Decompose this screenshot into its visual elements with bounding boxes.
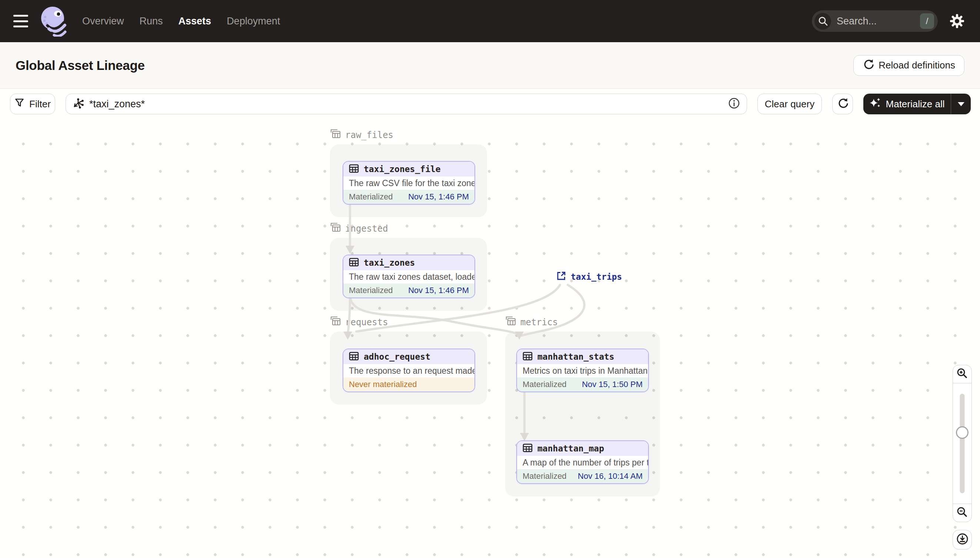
materialization-timestamp: Nov 15, 1:46 PM [408, 286, 469, 295]
sparkle-icon [870, 97, 881, 111]
asset-node-taxi-zones[interactable]: taxi_zones The raw taxi zones dataset, l… [343, 254, 475, 298]
zoom-out-icon [956, 506, 968, 520]
asset-node-header: taxi_zones [343, 255, 474, 270]
table-icon [522, 443, 533, 454]
asset-name: manhattan_map [537, 444, 604, 453]
asset-name: adhoc_request [364, 352, 430, 361]
materialization-timestamp: Nov 16, 10:14 AM [578, 471, 642, 481]
dagster-logo[interactable] [40, 5, 67, 37]
nav-tab-overview[interactable]: Overview [82, 16, 124, 27]
clear-query-button[interactable]: Clear query [758, 94, 822, 114]
asset-node-header: taxi_zones_file [343, 162, 474, 177]
search-input[interactable] [831, 16, 920, 27]
materialization-timestamp: Nov 15, 1:50 PM [582, 380, 642, 389]
nav-tab-deployment[interactable]: Deployment [227, 16, 280, 27]
filter-button[interactable]: Filter [10, 94, 55, 114]
search-icon [814, 13, 831, 30]
global-search[interactable]: / [812, 10, 938, 32]
clear-query-label: Clear query [765, 98, 814, 110]
asset-query-input[interactable] [89, 98, 723, 110]
materialize-all-button[interactable]: Materialize all [863, 94, 951, 114]
status-label: Materialized [522, 380, 567, 389]
status-label: Materialized [349, 192, 393, 202]
status-label: Materialized [349, 286, 393, 295]
asset-node-header: manhattan_stats [517, 349, 648, 364]
asset-status-bar: Materialized Nov 15, 1:46 PM [343, 190, 474, 204]
lineage-canvas[interactable]: raw_files ingested requests metrics [0, 126, 980, 558]
lineage-toolbar: Filter [10, 94, 971, 114]
external-asset-taxi-trips[interactable]: taxi_trips [556, 271, 622, 283]
menu-icon[interactable] [13, 15, 29, 27]
asset-query-box [66, 94, 747, 114]
asset-description: Metrics on taxi trips in Manhattan [517, 364, 648, 377]
asset-node-header: adhoc_request [343, 349, 474, 364]
asset-description: The raw CSV file for the taxi zones dat.… [343, 177, 474, 190]
asset-name: manhattan_stats [537, 352, 614, 361]
zoom-slider-track [960, 394, 965, 493]
info-icon[interactable] [728, 97, 740, 111]
asset-node-manhattan-stats[interactable]: manhattan_stats Metrics on taxi trips in… [516, 349, 649, 392]
materialize-options-button[interactable] [951, 94, 971, 114]
filter-icon [15, 98, 25, 110]
zoom-out-button[interactable] [953, 504, 972, 522]
asset-name: taxi_zones [364, 258, 415, 268]
gear-icon[interactable] [949, 13, 965, 29]
refresh-graph-button[interactable] [832, 94, 853, 114]
nav-tab-assets[interactable]: Assets [178, 16, 211, 27]
zoom-controls [953, 365, 972, 550]
table-icon [349, 351, 359, 362]
zoom-slider-handle[interactable] [956, 426, 968, 439]
zoom-in-icon [956, 368, 968, 381]
materialize-all-label: Materialize all [886, 98, 945, 110]
table-icon [349, 258, 359, 268]
download-icon [956, 533, 968, 547]
table-icon [349, 164, 359, 175]
external-asset-name: taxi_trips [571, 272, 622, 282]
asset-description: A map of the number of trips per taxi z.… [517, 456, 648, 469]
caret-down-icon [958, 102, 964, 110]
reload-definitions-button[interactable]: Reload definitions [853, 55, 964, 76]
external-link-icon [556, 271, 566, 283]
materialization-timestamp: Nov 15, 1:46 PM [408, 192, 469, 202]
zoom-slider [953, 383, 972, 504]
table-icon [522, 351, 533, 362]
asset-status-bar: Materialized Nov 15, 1:46 PM [343, 284, 474, 297]
lineage-edges [0, 126, 980, 558]
asset-node-header: manhattan_map [517, 441, 648, 456]
asset-node-taxi-zones-file[interactable]: taxi_zones_file The raw CSV file for the… [343, 161, 475, 205]
lineage-panel: Filter [0, 89, 980, 558]
materialize-all-split-button: Materialize all [863, 94, 971, 114]
asset-name: taxi_zones_file [364, 164, 441, 174]
filter-label: Filter [29, 98, 51, 110]
page-title: Global Asset Lineage [16, 58, 145, 73]
asset-description: The raw taxi zones dataset, loaded int..… [343, 270, 474, 284]
status-label: Never materialized [349, 380, 417, 389]
asset-node-manhattan-map[interactable]: manhattan_map A map of the number of tri… [516, 440, 649, 484]
nav-tab-runs[interactable]: Runs [140, 16, 163, 27]
search-shortcut-badge: / [920, 13, 934, 29]
asset-status-bar: Materialized Nov 15, 1:50 PM [517, 377, 648, 392]
top-nav: Overview Runs Assets Deployment / [0, 0, 980, 42]
download-graph-button[interactable] [953, 530, 972, 550]
asset-graph-query-icon [72, 98, 84, 110]
asset-status-bar: Never materialized [343, 377, 474, 392]
reload-definitions-label: Reload definitions [878, 59, 955, 71]
zoom-in-button[interactable] [953, 365, 972, 383]
primary-nav: Overview Runs Assets Deployment [82, 16, 280, 27]
asset-description: The response to an request made in th... [343, 364, 474, 377]
status-label: Materialized [522, 471, 567, 481]
page-header: Global Asset Lineage Reload definitions [0, 42, 980, 89]
refresh-icon [863, 59, 874, 72]
refresh-icon [837, 97, 848, 111]
asset-status-bar: Materialized Nov 16, 10:14 AM [517, 469, 648, 483]
asset-node-adhoc-request[interactable]: adhoc_request The response to an request… [343, 349, 475, 392]
